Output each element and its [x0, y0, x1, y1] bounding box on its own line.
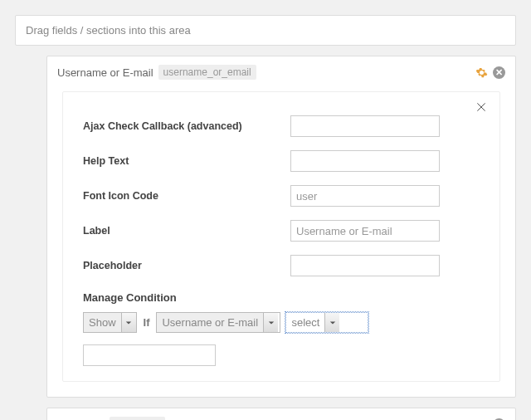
field-slug: user_pass [110, 417, 165, 420]
field-settings-panel: Ajax Check Callback (advanced) Help Text… [62, 91, 500, 382]
field-card-username: Username or E-mail username_or_email ✕ A… [46, 56, 516, 398]
label-ajax: Ajax Check Callback (advanced) [83, 120, 290, 132]
condition-value-input[interactable] [83, 344, 216, 366]
label-label: Label [83, 225, 290, 237]
field-slug: username_or_email [158, 65, 256, 80]
drop-area-text: Drag fields / sections into this area [26, 24, 191, 37]
row-placeholder: Placeholder [83, 255, 480, 276]
input-label[interactable] [290, 220, 440, 242]
condition-title: Manage Condition [83, 291, 480, 304]
close-icon[interactable] [475, 100, 488, 116]
row-help: Help Text [83, 150, 480, 172]
condition-operator-select[interactable]: select [285, 312, 368, 333]
drop-area[interactable]: Drag fields / sections into this area [15, 15, 516, 46]
condition-action-value: Show [84, 313, 121, 332]
chevron-down-icon [121, 313, 136, 332]
input-icon[interactable] [290, 185, 440, 207]
condition-field-select[interactable]: Username or E-mail [156, 312, 280, 333]
label-icon: Font Icon Code [83, 190, 290, 202]
field-title: Username or E-mail [57, 66, 153, 79]
condition-if: If [144, 316, 150, 329]
label-help: Help Text [83, 155, 290, 167]
remove-icon[interactable]: ✕ [493, 66, 505, 79]
condition-field-value: Username or E-mail [157, 313, 263, 332]
row-ajax: Ajax Check Callback (advanced) [83, 115, 480, 137]
condition-row: Show If Username or E-mail select [83, 312, 480, 333]
condition-action-select[interactable]: Show [83, 312, 137, 333]
field-header[interactable]: Password user_pass ✕ [47, 408, 515, 420]
input-ajax[interactable] [290, 115, 440, 137]
row-label: Label [83, 220, 480, 242]
gear-icon[interactable] [475, 66, 488, 79]
row-icon: Font Icon Code [83, 185, 480, 207]
field-card-password: Password user_pass ✕ [46, 408, 516, 420]
label-placeholder: Placeholder [83, 260, 290, 271]
field-header[interactable]: Username or E-mail username_or_email ✕ [47, 56, 515, 88]
chevron-down-icon [263, 313, 278, 332]
input-placeholder[interactable] [290, 255, 440, 276]
chevron-down-icon [324, 313, 339, 332]
condition-operator-value: select [286, 313, 324, 332]
input-help[interactable] [290, 150, 440, 172]
